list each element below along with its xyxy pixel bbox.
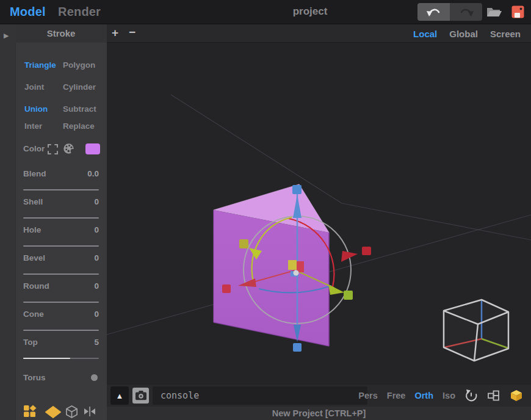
- wireframe-cube-icon: [65, 405, 79, 419]
- layout-cells-icon: [487, 389, 500, 402]
- slider-bevel-label: Bevel: [23, 253, 45, 262]
- project-title: project: [249, 0, 371, 23]
- console-expand-button[interactable]: ▲: [110, 386, 129, 405]
- slider-blend-value: 0.0: [73, 169, 99, 178]
- stroke-type-polygon[interactable]: Polygon: [63, 60, 95, 70]
- save-button[interactable]: [511, 5, 524, 18]
- viewport-toolbar: + − Local Global Screen: [107, 24, 531, 43]
- gizmo-center-sphere[interactable]: [294, 270, 299, 276]
- projection-orth[interactable]: Orth: [414, 391, 433, 400]
- color-swatch[interactable]: [85, 143, 100, 154]
- slider-top-label: Top: [23, 338, 38, 347]
- space-local[interactable]: Local: [413, 29, 437, 39]
- torus-label: Torus: [23, 373, 46, 382]
- projection-pers[interactable]: Pers: [358, 391, 377, 400]
- box-view-button[interactable]: [510, 389, 523, 402]
- mesh-view-button[interactable]: [65, 405, 79, 419]
- torus-toggle[interactable]: [91, 374, 98, 381]
- viewport-canvas[interactable]: [107, 43, 531, 385]
- sidebar-header: Stroke: [15, 24, 107, 43]
- slider-shell-value: 0: [73, 197, 99, 206]
- diamond-icon: [45, 406, 61, 418]
- redo-icon: [459, 6, 474, 18]
- mirror-tool-button[interactable]: [83, 405, 96, 418]
- palette-button[interactable]: [63, 143, 74, 154]
- tab-render[interactable]: Render: [58, 0, 101, 23]
- bool-replace[interactable]: Replace: [63, 121, 95, 131]
- app-window: { "header": { "tabs": [ {"label": "Model…: [0, 0, 531, 420]
- undo-button[interactable]: [417, 3, 450, 21]
- shapes-tool-button[interactable]: [23, 405, 37, 418]
- panel-toggle-icon[interactable]: ▶: [4, 32, 9, 40]
- stroke-type-joint[interactable]: Joint: [24, 82, 44, 92]
- gizmo-z-neg-handle[interactable]: [239, 239, 248, 248]
- zoom-in-button[interactable]: +: [112, 24, 118, 42]
- color-pick-button[interactable]: [48, 144, 58, 154]
- gizmo-x-pos-cone[interactable]: [341, 251, 358, 262]
- space-global[interactable]: Global: [449, 29, 478, 39]
- diamond-tool-button[interactable]: [45, 406, 61, 418]
- slider-shell-label: Shell: [23, 197, 43, 206]
- slider-hole-label: Hole: [23, 225, 41, 234]
- slider-round-track[interactable]: [23, 302, 99, 303]
- slider-bevel-value: 0: [73, 253, 99, 262]
- color-label: Color: [23, 144, 45, 153]
- projection-controls: Pers Free Orth Iso: [358, 385, 531, 407]
- slider-top-fill: [23, 358, 70, 359]
- slider-top-value: 5: [73, 338, 99, 347]
- bool-intersect[interactable]: Inter: [24, 121, 42, 131]
- slider-round-label: Round: [23, 281, 49, 291]
- screenshot-button[interactable]: [132, 388, 149, 404]
- slider-cone-label: Cone: [23, 310, 44, 319]
- slider-blend-track[interactable]: [23, 189, 99, 190]
- shapes-grid-icon: [23, 405, 37, 418]
- projection-free[interactable]: Free: [387, 391, 406, 400]
- slider-top-track[interactable]: [23, 358, 99, 359]
- bool-subtract[interactable]: Subtract: [63, 104, 96, 114]
- projection-iso[interactable]: Iso: [442, 391, 455, 400]
- gizmo-center-red-face[interactable]: [297, 261, 304, 272]
- console-bar: ▲ Pers Free Orth Iso: [107, 385, 531, 407]
- bool-union[interactable]: Union: [24, 104, 48, 114]
- slider-cone-track[interactable]: [23, 330, 99, 331]
- gizmo-z-pos-handle[interactable]: [344, 291, 353, 300]
- redo-button[interactable]: [450, 3, 482, 21]
- reset-view-button[interactable]: [464, 389, 478, 402]
- undo-icon: [427, 6, 441, 18]
- slider-round-value: 0: [73, 281, 99, 291]
- slider-cone-value: 0: [73, 310, 99, 319]
- gizmo-x-neg-handle[interactable]: [222, 284, 231, 293]
- palette-icon: [63, 143, 74, 154]
- status-bar: New Project [CTRL+P]: [107, 407, 531, 420]
- stroke-type-cylinder[interactable]: Cylinder: [63, 82, 96, 92]
- space-screen[interactable]: Screen: [490, 29, 521, 39]
- gizmo-y-up-handle[interactable]: [292, 185, 302, 194]
- triangle-up-icon: ▲: [116, 391, 124, 400]
- yellow-cube-icon: [510, 389, 523, 402]
- sidebar-title: Stroke: [15, 24, 107, 43]
- slider-bevel-track[interactable]: [23, 273, 99, 275]
- gizmo-center-yellow-face[interactable]: [288, 260, 297, 270]
- slider-hole-value: 0: [73, 225, 99, 234]
- save-icon: [511, 5, 524, 18]
- gizmo-z-pos-cone[interactable]: [328, 284, 344, 295]
- corner-brackets-icon: [48, 144, 58, 154]
- quad-view-button[interactable]: [487, 389, 500, 402]
- rotate-ccw-icon: [464, 389, 478, 402]
- sidebar-collapse-strip[interactable]: ▶: [0, 24, 15, 420]
- zoom-out-button[interactable]: −: [129, 24, 135, 41]
- status-text: New Project [CTRL+P]: [272, 408, 366, 418]
- app-header: Model Render project: [0, 0, 531, 24]
- orientation-cube[interactable]: [444, 300, 508, 361]
- slider-hole-track[interactable]: [23, 245, 99, 247]
- stroke-type-triangle[interactable]: Triangle: [24, 60, 56, 70]
- tab-model[interactable]: Model: [10, 0, 46, 23]
- space-mode-tabs: Local Global Screen: [413, 24, 531, 43]
- slider-shell-track[interactable]: [23, 217, 99, 219]
- camera-icon: [135, 390, 147, 401]
- console-input[interactable]: [153, 386, 367, 405]
- gizmo-x-pos-handle[interactable]: [362, 247, 371, 255]
- open-file-button[interactable]: [486, 6, 502, 18]
- folder-open-icon: [486, 6, 502, 18]
- gizmo-y-down-handle[interactable]: [293, 343, 302, 352]
